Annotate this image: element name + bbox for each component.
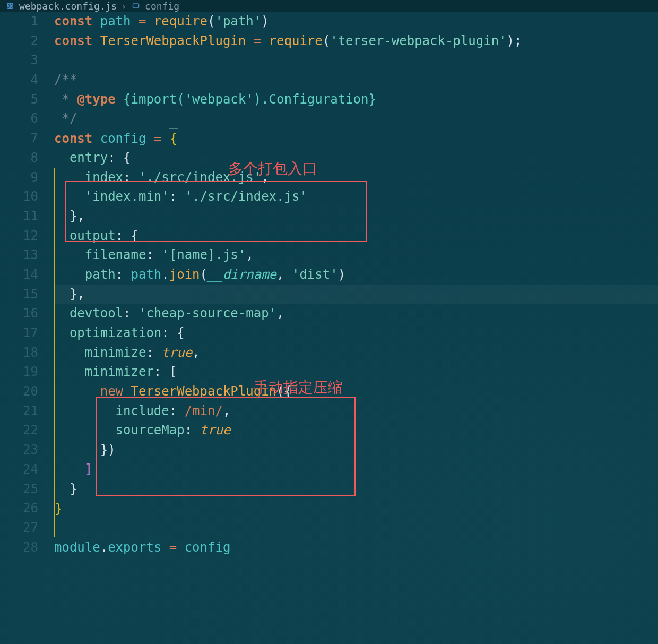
symbol-variable-icon bbox=[131, 1, 141, 11]
line-number: 18 bbox=[0, 343, 38, 363]
line-number: 11 bbox=[0, 207, 38, 226]
code-line[interactable]: index: './src/index.js', bbox=[54, 168, 658, 187]
code-line[interactable]: */ bbox=[54, 109, 658, 128]
line-number: 16 bbox=[0, 304, 38, 323]
code-line[interactable]: }) bbox=[54, 440, 658, 460]
breadcrumb-separator: › bbox=[121, 1, 127, 12]
line-number: 10 bbox=[0, 187, 38, 207]
line-number: 20 bbox=[0, 382, 38, 401]
line-number: 23 bbox=[0, 440, 38, 460]
code-line[interactable]: ] bbox=[54, 460, 658, 479]
code-line[interactable]: entry: { bbox=[54, 148, 658, 168]
line-number: 24 bbox=[0, 460, 38, 479]
line-number: 26 bbox=[0, 499, 38, 518]
code-line[interactable]: const path = require('path') bbox=[54, 12, 658, 31]
code-line[interactable]: sourceMap: true bbox=[54, 420, 658, 440]
line-number: 3 bbox=[0, 50, 38, 70]
code-line[interactable] bbox=[54, 50, 658, 70]
line-number: 14 bbox=[0, 265, 38, 285]
line-number: 15 bbox=[0, 285, 38, 304]
code-line[interactable] bbox=[54, 518, 658, 538]
code-line[interactable]: /** bbox=[54, 70, 658, 90]
line-number: 6 bbox=[0, 109, 38, 128]
code-line[interactable]: output: { bbox=[54, 226, 658, 246]
code-line[interactable]: filename: '[name].js', bbox=[54, 245, 658, 265]
code-line[interactable]: module.exports = config bbox=[54, 538, 658, 557]
svg-text:JS: JS bbox=[7, 4, 13, 9]
line-number: 12 bbox=[0, 226, 38, 246]
line-number: 4 bbox=[0, 70, 38, 90]
line-number: 19 bbox=[0, 362, 38, 382]
line-number: 17 bbox=[0, 323, 38, 343]
line-number: 25 bbox=[0, 479, 38, 499]
line-number-gutter: 1234567891011121314151617181920212223242… bbox=[0, 12, 48, 644]
code-editor[interactable]: 1234567891011121314151617181920212223242… bbox=[0, 12, 658, 644]
line-number: 13 bbox=[0, 245, 38, 265]
line-number: 22 bbox=[0, 420, 38, 440]
breadcrumb[interactable]: JS webpack.config.js › config bbox=[0, 0, 658, 12]
line-number: 7 bbox=[0, 128, 38, 148]
code-line[interactable]: devtool: 'cheap-source-map', bbox=[54, 304, 658, 323]
code-line[interactable]: 'index.min': './src/index.js' bbox=[54, 187, 658, 207]
code-line[interactable]: minimizer: [ bbox=[54, 362, 658, 382]
code-line[interactable]: new TerserWebpackPlugin({ bbox=[54, 382, 658, 401]
code-line[interactable]: } bbox=[54, 499, 658, 518]
line-number: 9 bbox=[0, 168, 38, 187]
svg-rect-2 bbox=[133, 4, 139, 8]
line-number: 1 bbox=[0, 12, 38, 31]
file-js-icon: JS bbox=[5, 1, 15, 11]
code-line[interactable]: optimization: { bbox=[54, 323, 658, 343]
code-line[interactable]: path: path.join(__dirname, 'dist') bbox=[54, 265, 658, 285]
code-line[interactable]: }, bbox=[54, 207, 658, 226]
code-line[interactable]: * @type {import('webpack').Configuration… bbox=[54, 90, 658, 109]
code-line[interactable]: }, bbox=[54, 285, 658, 304]
line-number: 5 bbox=[0, 90, 38, 109]
code-line[interactable]: } bbox=[54, 479, 658, 499]
line-number: 28 bbox=[0, 538, 38, 557]
code-line[interactable]: const TerserWebpackPlugin = require('ter… bbox=[54, 31, 658, 51]
breadcrumb-file[interactable]: webpack.config.js bbox=[19, 1, 117, 12]
code-area[interactable]: const path = require('path')const Terser… bbox=[48, 12, 658, 644]
line-number: 8 bbox=[0, 148, 38, 168]
bracket-guide bbox=[54, 168, 55, 537]
line-number: 21 bbox=[0, 401, 38, 421]
code-line[interactable]: include: /min/, bbox=[54, 401, 658, 421]
line-number: 2 bbox=[0, 31, 38, 51]
breadcrumb-symbol[interactable]: config bbox=[145, 1, 179, 12]
code-line[interactable]: const config = { bbox=[54, 128, 658, 148]
line-number: 27 bbox=[0, 518, 38, 538]
code-line[interactable]: minimize: true, bbox=[54, 343, 658, 363]
